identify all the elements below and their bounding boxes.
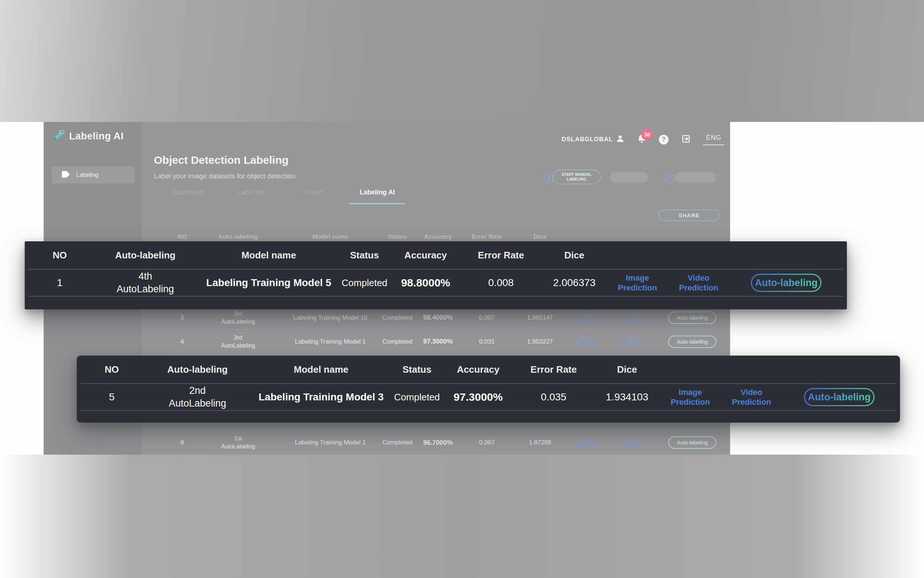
- magnified-header-row: NO Auto-labeling Model name Status Accur…: [28, 241, 843, 270]
- col-auto-labeling: Auto-labeling: [91, 250, 199, 261]
- col-no: NO: [28, 250, 91, 261]
- video-prediction-link[interactable]: VideoPrediction: [668, 273, 729, 293]
- col-accuracy: Accuracy: [391, 250, 460, 261]
- row-model-name: Labeling Training Model 1: [283, 338, 378, 346]
- row-no: 3: [171, 314, 193, 321]
- auto-labeling-button[interactable]: Auto-labeling: [804, 388, 874, 406]
- table-row: 8 1stAutoLabeling Labeling Training Mode…: [171, 430, 730, 455]
- backdrop-top-band: [0, 0, 924, 122]
- language-selector[interactable]: ENG: [703, 134, 724, 145]
- row-error-rate: 0.007: [459, 314, 515, 321]
- magnified-row-panel-1: NO Auto-labeling Model name Status Accur…: [25, 241, 847, 309]
- row-accuracy: 96.7000%: [417, 439, 459, 446]
- app-logo: Labeling AI: [53, 129, 124, 143]
- row-status: Completed: [378, 314, 417, 321]
- auto-labeling-button[interactable]: Auto-labeling: [751, 274, 821, 292]
- table-row: 4 3rdAutoLabeling Labeling Training Mode…: [171, 330, 730, 354]
- row-dice: 1.965147: [515, 314, 565, 321]
- col-dice: Dice: [594, 364, 660, 375]
- row-error-rate: 0.031: [459, 338, 515, 346]
- row-dice: 1.953227: [515, 338, 565, 346]
- col-accuracy: Accuracy: [443, 364, 513, 375]
- user-icon: [616, 134, 625, 145]
- screenshot-canvas: Labeling AI Labeling DSLABGLOBAL: [0, 0, 924, 578]
- image-prediction-link[interactable]: ImagePrediction: [565, 437, 610, 449]
- row-auto-labeling: 4thAutoLabeling: [91, 270, 199, 295]
- row-auto-labeling: 3rdAutoLabeling: [193, 310, 283, 325]
- col-error-rate: Error Rate: [459, 233, 515, 240]
- image-prediction-link[interactable]: ImagePrediction: [565, 336, 610, 347]
- col-auto-labeling: Auto-labeling: [143, 364, 252, 375]
- sidebar-item-label: Labeling: [76, 172, 99, 179]
- row-model-name: Labeling Training Model 3: [252, 391, 390, 403]
- col-no: NO: [171, 233, 193, 240]
- col-error-rate: Error Rate: [513, 364, 594, 375]
- row-error-rate: 0.067: [459, 439, 515, 446]
- tag-icon: [61, 171, 71, 179]
- row-accuracy: 98.8000%: [391, 277, 460, 289]
- row-model-name: Labeling Training Model 1: [283, 439, 378, 446]
- row-no: 4: [171, 338, 193, 346]
- username: DSLABGLOBAL: [562, 136, 613, 143]
- image-prediction-link[interactable]: ImagePrediction: [565, 312, 610, 323]
- row-accuracy: 98.4000%: [417, 314, 459, 321]
- row-error-rate: 0.008: [460, 277, 542, 289]
- magnified-data-row: 1 4thAutoLabeling Labeling Training Mode…: [28, 270, 843, 297]
- row-status: Completed: [378, 338, 417, 346]
- row-dice: 2.006373: [542, 277, 607, 289]
- row-auto-labeling: 1stAutoLabeling: [193, 435, 283, 450]
- col-dice: Dice: [515, 233, 565, 240]
- video-prediction-link[interactable]: VideoPrediction: [721, 387, 782, 407]
- row-accuracy: 97.3000%: [443, 391, 513, 403]
- help-button[interactable]: ?: [659, 135, 668, 144]
- col-status: Status: [378, 233, 417, 240]
- backdrop-bottom-band: [0, 455, 924, 578]
- sidebar-item-labeling[interactable]: Labeling: [52, 166, 134, 183]
- image-prediction-link[interactable]: ImagePrediction: [607, 273, 668, 293]
- logout-icon[interactable]: [681, 134, 691, 145]
- auto-labeling-button[interactable]: Auto-labeling: [668, 336, 716, 348]
- col-model-name: Model name: [199, 250, 338, 261]
- col-status: Status: [390, 364, 443, 375]
- row-dice: 1.87299: [515, 439, 565, 446]
- video-prediction-link[interactable]: VideoPrediction: [610, 312, 654, 323]
- user-menu[interactable]: DSLABGLOBAL: [562, 134, 625, 145]
- row-dice: 1.934103: [594, 391, 660, 403]
- notifications-button[interactable]: 30: [637, 134, 646, 145]
- row-model-name: Labeling Training Model 5: [199, 277, 338, 289]
- row-no: 8: [171, 439, 193, 446]
- col-accuracy: Accuracy: [417, 233, 459, 240]
- col-model-name: Model name: [252, 364, 390, 375]
- col-error-rate: Error Rate: [460, 250, 542, 261]
- row-status: Completed: [338, 278, 391, 289]
- row-no: 5: [80, 391, 143, 403]
- row-status: Completed: [390, 392, 443, 403]
- topbar: DSLABGLOBAL 30 ?: [562, 132, 724, 147]
- col-auto-labeling: Auto-labeling: [193, 233, 283, 240]
- labeling-ai-logo-icon: [53, 129, 65, 143]
- row-no: 1: [28, 277, 91, 289]
- video-prediction-link[interactable]: VideoPrediction: [610, 336, 654, 347]
- magnified-row-panel-2: NO Auto-labeling Model name Status Accur…: [77, 356, 900, 422]
- magnified-header-row: NO Auto-labeling Model name Status Accur…: [80, 356, 896, 384]
- row-model-name: Labeling Training Model 10: [283, 314, 378, 321]
- row-status: Completed: [378, 439, 417, 446]
- col-status: Status: [338, 250, 391, 261]
- image-prediction-link[interactable]: ImagePrediction: [660, 387, 721, 407]
- row-error-rate: 0.035: [513, 391, 594, 403]
- row-auto-labeling: 2ndAutoLabeling: [143, 384, 252, 410]
- col-model-name: Model name: [283, 233, 378, 240]
- magnified-data-row: 5 2ndAutoLabeling Labeling Training Mode…: [80, 384, 896, 411]
- auto-labeling-button[interactable]: Auto-labeling: [668, 312, 716, 324]
- col-no: NO: [80, 364, 143, 375]
- video-prediction-link[interactable]: VideoPrediction: [610, 437, 654, 449]
- col-dice: Dice: [542, 250, 607, 261]
- row-accuracy: 97.3000%: [417, 338, 459, 346]
- auto-labeling-button[interactable]: Auto-labeling: [668, 437, 716, 449]
- row-auto-labeling: 3rdAutoLabeling: [193, 334, 283, 349]
- notification-badge: 30: [641, 129, 653, 141]
- app-logo-text: Labeling AI: [69, 131, 124, 142]
